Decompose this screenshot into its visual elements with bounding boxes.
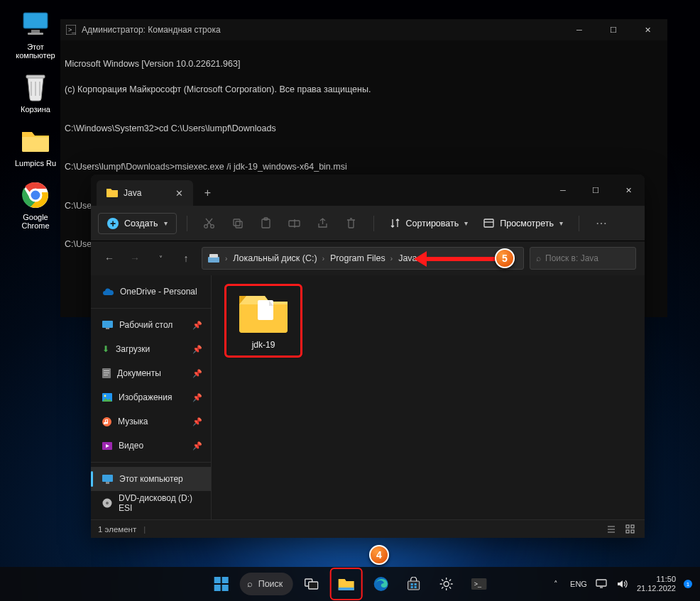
separator — [91, 308, 211, 309]
cut-icon[interactable] — [197, 211, 222, 236]
recent-button[interactable]: ˅ — [151, 248, 170, 268]
explorer-window-controls: ─ ☐ ✕ — [547, 175, 645, 206]
language-indicator[interactable]: ENG — [570, 580, 587, 588]
sidebar-item-dvd[interactable]: DVD-дисковод (D:) ESI — [91, 491, 211, 515]
network-icon[interactable] — [594, 577, 608, 591]
sidebar-item-pictures[interactable]: Изображения 📌 — [91, 385, 211, 409]
copy-icon[interactable] — [226, 211, 250, 236]
back-button[interactable]: ← — [99, 248, 119, 268]
svg-text:>_: >_ — [474, 580, 481, 588]
taskbar-edge[interactable] — [366, 570, 395, 598]
taskbar-clock[interactable]: 11:50 21.12.2022 — [637, 575, 676, 593]
svg-rect-14 — [262, 219, 270, 228]
taskbar-store[interactable] — [399, 570, 427, 598]
sidebar-item-desktop[interactable]: Рабочий стол 📌 — [91, 313, 211, 337]
tab-close-icon[interactable]: ✕ — [175, 188, 183, 199]
notification-button[interactable]: 1 — [683, 577, 694, 591]
pin-icon: 📌 — [192, 417, 202, 426]
explorer-tab-java[interactable]: Java ✕ — [97, 180, 193, 206]
rename-icon[interactable] — [283, 211, 307, 236]
pin-icon: 📌 — [192, 393, 202, 402]
taskbar-date: 21.12.2022 — [637, 584, 676, 593]
sidebar-label: Документы — [117, 368, 161, 378]
folder-icon — [21, 126, 50, 156]
explorer-content[interactable]: jdk-19 — [212, 275, 645, 519]
up-button[interactable]: ↑ — [176, 248, 196, 268]
close-button[interactable]: ✕ — [612, 177, 645, 203]
svg-rect-19 — [209, 254, 218, 258]
sidebar-label: Видео — [119, 441, 143, 451]
desktop-icon-label: Корзина — [21, 105, 50, 114]
monitor-icon — [21, 10, 50, 40]
breadcrumb[interactable]: › Локальный диск (C:)› Program Files› Ja… — [202, 247, 524, 270]
new-tab-button[interactable]: + — [193, 180, 222, 206]
svg-rect-55 — [596, 580, 606, 586]
volume-icon[interactable] — [616, 577, 630, 591]
explorer-tab-label: Java — [124, 188, 141, 198]
minimize-button[interactable]: ─ — [565, 19, 594, 40]
breadcrumb-item[interactable]: Program Files› — [330, 253, 393, 263]
pin-icon: 📌 — [192, 345, 202, 354]
desktop-icon-label: Google Chrome — [10, 213, 61, 230]
taskbar-terminal[interactable]: >_ — [464, 570, 493, 598]
svg-text:>_: >_ — [68, 26, 76, 33]
sidebar-label: OneDrive - Personal — [120, 287, 197, 297]
share-icon[interactable] — [311, 211, 335, 236]
sidebar-item-music[interactable]: Музыка 📌 — [91, 409, 211, 434]
svg-rect-45 — [338, 588, 354, 590]
view-button[interactable]: Просмотреть ▾ — [478, 213, 569, 234]
sidebar-item-this-pc[interactable]: Этот компьютер — [91, 467, 211, 491]
sidebar-item-videos[interactable]: Видео 📌 — [91, 434, 211, 458]
desktop-icon — [102, 321, 113, 329]
taskbar-explorer[interactable] — [332, 570, 360, 598]
close-button[interactable]: ✕ — [633, 19, 662, 40]
sort-button[interactable]: Сортировать ▾ — [384, 213, 474, 234]
view-grid-icon[interactable] — [622, 522, 638, 537]
svg-rect-18 — [208, 257, 219, 263]
maximize-button[interactable]: ☐ — [599, 19, 628, 40]
maximize-button[interactable]: ☐ — [579, 177, 612, 203]
svg-rect-17 — [484, 219, 493, 227]
cmd-line: Microsoft Windows [Version 10.0.22621.96… — [65, 57, 663, 70]
sidebar-label: Загрузки — [116, 344, 150, 354]
desktop-icon-this-pc[interactable]: Этот компьютер — [7, 7, 64, 62]
sort-label: Сортировать — [406, 219, 459, 228]
taskbar-search[interactable]: ⌕ Поиск — [240, 573, 293, 595]
svg-rect-13 — [236, 221, 242, 228]
separator — [579, 216, 579, 231]
svg-rect-37 — [626, 530, 629, 533]
search-input[interactable]: ⌕ Поиск в: Java — [530, 247, 636, 270]
start-button[interactable] — [207, 570, 236, 598]
cmd-icon: >_ — [66, 25, 76, 35]
breadcrumb-item[interactable]: Локальный диск (C:)› — [233, 253, 324, 263]
callout-5: 5 — [495, 248, 515, 268]
taskbar-right: ˄ ENG 11:50 21.12.2022 1 — [549, 575, 694, 593]
sidebar-item-onedrive[interactable]: OneDrive - Personal — [91, 280, 211, 304]
pin-icon: 📌 — [192, 321, 202, 330]
search-placeholder: Поиск в: Java — [545, 253, 598, 263]
paste-icon[interactable] — [254, 211, 278, 236]
minimize-button[interactable]: ─ — [547, 177, 579, 203]
video-icon — [102, 442, 112, 450]
more-button[interactable]: ⋯ — [589, 211, 613, 236]
pictures-icon — [102, 393, 112, 402]
folder-item-jdk19[interactable]: jdk-19 — [224, 284, 302, 358]
desktop-icon-lumpics[interactable]: Lumpics Ru — [7, 123, 64, 170]
cmd-titlebar[interactable]: >_ Администратор: Командная строка ─ ☐ ✕ — [60, 19, 667, 40]
explorer-sidebar: OneDrive - Personal Рабочий стол 📌 ⬇ Заг… — [91, 275, 212, 519]
view-label: Просмотреть — [500, 219, 554, 228]
desktop-icons: Этот компьютер Корзина Lumpics Ru Google… — [7, 7, 64, 233]
desktop-icon-recycle-bin[interactable]: Корзина — [7, 70, 64, 116]
desktop-icon-chrome[interactable]: Google Chrome — [7, 177, 64, 233]
tray-chevron-icon[interactable]: ˄ — [549, 577, 563, 591]
pin-icon: 📌 — [192, 441, 202, 451]
sidebar-item-downloads[interactable]: ⬇ Загрузки 📌 — [91, 337, 211, 361]
view-list-icon[interactable] — [603, 522, 619, 537]
svg-rect-2 — [31, 30, 40, 33]
forward-button[interactable]: → — [125, 248, 145, 268]
sidebar-item-documents[interactable]: Документы 📌 — [91, 361, 211, 385]
taskbar-settings[interactable] — [432, 570, 460, 598]
delete-icon[interactable] — [339, 211, 363, 236]
task-view-button[interactable] — [297, 570, 325, 598]
create-button[interactable]: + Создать ▾ — [98, 213, 177, 234]
